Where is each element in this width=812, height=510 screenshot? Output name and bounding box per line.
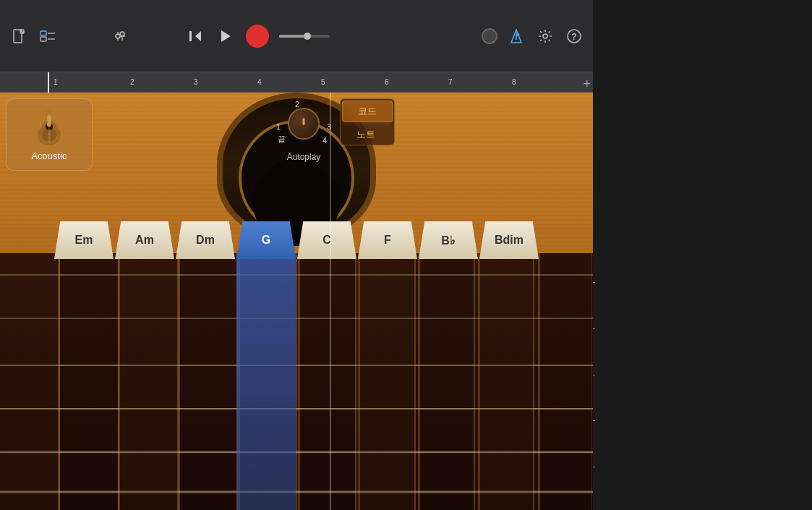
timeline-playhead — [48, 72, 49, 93]
timeline-ruler: 1 2 3 4 5 6 7 8 — [0, 72, 593, 93]
autoplay-knob-area: 1 2 3 4 끝 — [275, 98, 333, 149]
svg-rect-44 — [0, 253, 59, 510]
chord-em-button[interactable]: Em — [54, 221, 114, 259]
svg-point-16 — [543, 34, 547, 38]
volume-slider[interactable] — [279, 35, 330, 38]
ruler-mark-8: 8 — [512, 78, 516, 86]
ruler-mark-2: 2 — [130, 78, 134, 86]
active-chord-highlight — [236, 253, 296, 510]
svg-marker-13 — [221, 30, 231, 42]
svg-rect-45 — [119, 253, 178, 510]
ruler-marks: 1 2 3 4 5 6 7 8 — [6, 72, 587, 92]
record-button[interactable] — [246, 25, 269, 48]
svg-point-9 — [116, 34, 120, 38]
chord-note-toggle: 코드 노트 — [340, 98, 395, 145]
ruler-mark-7: 7 — [448, 78, 453, 86]
chord-bdim-button[interactable]: Bdim — [479, 221, 539, 259]
autoplay-label-1: 1 — [276, 122, 281, 131]
svg-rect-12 — [189, 31, 192, 41]
svg-rect-48 — [474, 253, 534, 510]
status-indicator — [482, 28, 497, 44]
chord-am-button[interactable]: Am — [115, 221, 174, 259]
tracks-view-button[interactable] — [38, 26, 58, 46]
instrument-label: Acoustic — [31, 150, 67, 161]
chord-c-button[interactable]: C — [297, 221, 356, 259]
note-toggle-button[interactable]: 노트 — [341, 124, 391, 145]
chord-row: Em Am Dm G C F B♭ Bdim — [0, 216, 593, 259]
settings-button[interactable] — [535, 26, 555, 46]
toolbar: ? — [0, 0, 593, 72]
new-document-button[interactable] — [9, 26, 29, 46]
timeline-add-button[interactable]: + — [583, 77, 591, 92]
ruler-mark-4: 4 — [257, 78, 262, 86]
autoplay-title: Autoplay — [287, 152, 321, 162]
playhead-line — [330, 93, 331, 510]
autoplay-label-4: 4 — [322, 136, 327, 145]
autoplay-panel: 1 2 3 4 끝 Autoplay — [275, 98, 333, 162]
help-button[interactable]: ? — [564, 26, 584, 46]
guitar-area: Acoustic 1 2 3 4 끝 Autoplay 코드 노트 E — [0, 93, 593, 510]
autoplay-knob[interactable] — [288, 108, 320, 140]
rewind-button[interactable] — [185, 26, 205, 46]
metronome-button[interactable] — [506, 26, 526, 46]
instrument-panel[interactable]: Acoustic — [6, 98, 93, 171]
svg-text:?: ? — [571, 32, 576, 42]
svg-point-10 — [120, 32, 124, 36]
chord-bb-button[interactable]: B♭ — [419, 221, 478, 259]
autoplay-label-2: 2 — [295, 100, 299, 109]
chord-toggle-button[interactable]: 코드 — [342, 101, 393, 122]
chord-f-button[interactable]: F — [358, 221, 417, 259]
right-panel — [593, 0, 812, 510]
svg-rect-3 — [40, 37, 46, 41]
chord-g-button[interactable]: G — [236, 221, 296, 259]
play-button[interactable] — [215, 26, 236, 46]
ruler-mark-3: 3 — [194, 78, 198, 86]
chord-dm-button[interactable]: Dm — [176, 221, 235, 259]
svg-marker-11 — [195, 31, 201, 41]
ruler-mark-1: 1 — [54, 78, 58, 86]
autoplay-label-end: 끝 — [278, 134, 286, 145]
mixer-button[interactable] — [110, 26, 130, 46]
svg-rect-2 — [40, 31, 46, 35]
ruler-mark-5: 5 — [321, 78, 325, 86]
svg-rect-47 — [356, 253, 415, 510]
guitar-icon — [31, 108, 67, 148]
fret-pattern — [0, 253, 593, 510]
string-lines — [0, 253, 593, 510]
ruler-mark-6: 6 — [385, 78, 389, 86]
fretboard[interactable] — [0, 253, 593, 510]
